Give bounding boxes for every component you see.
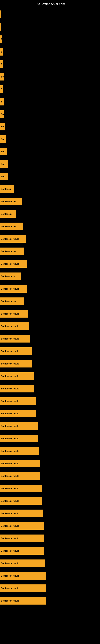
bar-row: Bottleneck result (0, 570, 100, 582)
bar-row: Bottleneck result (0, 345, 100, 358)
bar-row: Bottleneck result (0, 233, 100, 245)
bar-row (0, 20, 100, 33)
bar-42: Bottleneck result (0, 522, 44, 530)
bar-row: E (0, 58, 100, 70)
bar-11: Bot (0, 135, 6, 143)
bar-label-26: Bottleneck result (1, 325, 19, 328)
bar-label-47: Bottleneck result (1, 587, 19, 590)
bar-label-48: Bottleneck result (1, 600, 19, 602)
bar-43: Bottleneck result (0, 534, 44, 542)
bar-row: Bottleneck result (0, 520, 100, 532)
bar-40: Bottleneck result (0, 497, 42, 505)
bar-23: Bottleneck result (0, 285, 27, 292)
bar-46: Bottleneck result (0, 572, 46, 580)
bar-label-17: Bottleneck (1, 213, 12, 215)
bar-label-42: Bottleneck result (1, 525, 19, 527)
bar-39: Bottleneck result (0, 484, 42, 492)
bar-label-18: Bottleneck resu (1, 225, 17, 228)
bar-label-37: Bottleneck result (1, 462, 19, 465)
bar-label-39: Bottleneck result (1, 487, 19, 490)
bar-row: Bottleneck result (0, 370, 100, 382)
bar-row: Bottleneck result (0, 582, 100, 594)
bar-row: Bottleneck result (0, 482, 100, 495)
bar-label-23: Bottleneck result (1, 288, 19, 290)
bar-26: Bottleneck result (0, 322, 29, 330)
bar-8: B (0, 98, 3, 106)
bar-17: Bottleneck (0, 210, 16, 218)
bar-33: Bottleneck result (0, 410, 36, 418)
bar-48: Bottleneck result (0, 597, 47, 604)
bar-row: Bottleneck result (0, 495, 100, 507)
bar-4: B (0, 48, 3, 56)
bar-label-21: Bottleneck result (1, 263, 19, 265)
bar-label-33: Bottleneck result (1, 412, 19, 415)
bar-label-34: Bottleneck result (1, 425, 19, 427)
bar-row: Bottleneck res (0, 195, 100, 208)
bar-label-28: Bottleneck result (1, 350, 19, 352)
bar-45: Bottleneck result (0, 560, 45, 567)
bar-row: Bo (0, 120, 100, 133)
bar-16: Bottleneck res (0, 198, 22, 205)
bar-row: Bo (0, 70, 100, 83)
bar-row: Bottleneck re (0, 270, 100, 282)
bar-label-44: Bottleneck result (1, 550, 19, 552)
bar-27: Bottleneck result (0, 335, 30, 342)
bar-label-6: Bo (1, 76, 3, 78)
bar-row: Bot (0, 133, 100, 145)
bar-row: Bottleneck result (0, 445, 100, 457)
bar-label-7: B (1, 88, 2, 90)
bar-label-41: Bottleneck result (1, 512, 19, 514)
bar-30: Bottleneck result (0, 372, 34, 380)
bar-label-3: E (1, 38, 2, 40)
bar-row: Bottleneck resu (0, 220, 100, 233)
bar-label-16: Bottleneck res (1, 200, 16, 203)
bar-37: Bottleneck result (0, 460, 40, 467)
bar-row: Bottleneck result (0, 532, 100, 544)
bars-container: EBEBoBBBoBoBotBottBottBottBottlenecBottl… (0, 8, 100, 607)
bar-24: Bottleneck resu (0, 298, 24, 305)
bar-row: Bottlenec (0, 183, 100, 195)
bar-label-20: Bottleneck resu (1, 250, 17, 252)
bar-label-36: Bottleneck result (1, 450, 19, 452)
bar-row: Bottleneck resu (0, 295, 100, 308)
bar-row: Bottleneck result (0, 420, 100, 432)
bar-label-35: Bottleneck result (1, 437, 19, 440)
bar-label-5: E (1, 63, 2, 66)
bar-label-38: Bottleneck result (1, 475, 19, 477)
bar-row: Bottleneck result (0, 544, 100, 557)
bar-3: E (0, 36, 2, 43)
bar-row: Bottleneck result (0, 470, 100, 482)
bar-row: Bottleneck result (0, 507, 100, 520)
bar-32: Bottleneck result (0, 397, 36, 405)
bar-row: Bottleneck result (0, 320, 100, 332)
bar-25: Bottleneck result (0, 310, 28, 318)
bar-label-14: Bott (1, 175, 5, 178)
bar-13: Bott (0, 160, 8, 168)
bar-row: Bottleneck result (0, 258, 100, 270)
bar-19: Bottleneck result (0, 235, 26, 243)
bar-label-25: Bottleneck result (1, 312, 19, 315)
bar-label-40: Bottleneck result (1, 500, 19, 502)
bar-label-43: Bottleneck result (1, 537, 19, 540)
bar-20: Bottleneck resu (0, 248, 24, 255)
bar-21: Bottleneck result (0, 260, 27, 268)
bar-44: Bottleneck result (0, 547, 44, 555)
bar-row: Bottleneck result (0, 308, 100, 320)
bar-row: Bottleneck result (0, 407, 100, 420)
bar-6: Bo (0, 73, 3, 80)
bar-label-27: Bottleneck result (1, 338, 19, 340)
bar-label-32: Bottleneck result (1, 400, 19, 402)
bar-row: Bo (0, 108, 100, 120)
bar-41: Bottleneck result (0, 510, 43, 517)
bar-10: Bo (0, 123, 5, 130)
bar-15: Bottlenec (0, 185, 14, 193)
bar-label-4: B (1, 50, 2, 53)
bar-row: B (0, 83, 100, 96)
bar-label-22: Bottleneck re (1, 275, 15, 278)
bar-row: Bottleneck result (0, 382, 100, 395)
bar-row (0, 8, 100, 20)
bar-label-8: B (1, 100, 2, 103)
bar-row: E (0, 33, 100, 46)
bar-label-11: Bot (1, 138, 4, 140)
bar-12: Bott (0, 148, 7, 155)
